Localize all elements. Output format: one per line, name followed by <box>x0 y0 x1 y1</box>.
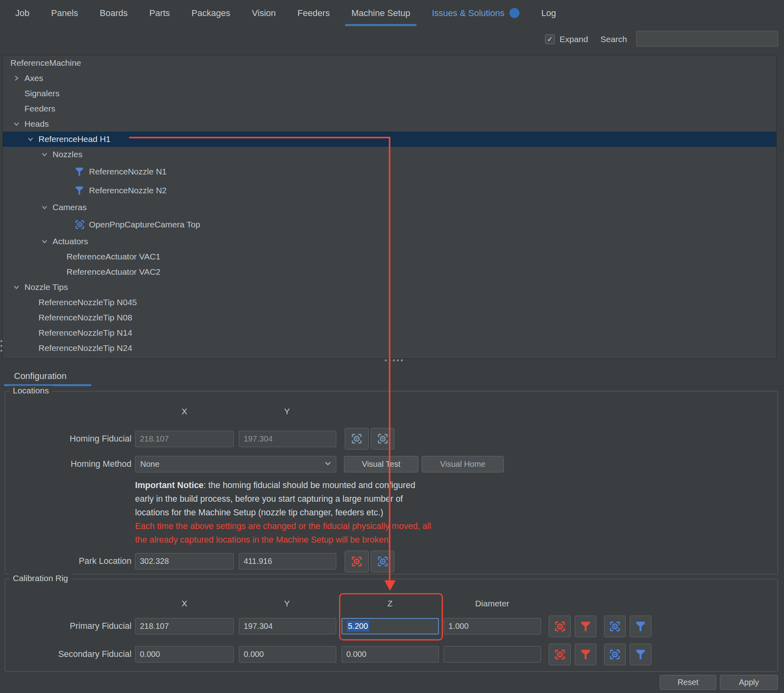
capture-camera-icon <box>351 433 363 445</box>
machine-tree: ReferenceMachineAxesSignalersFeedersHead… <box>2 55 777 359</box>
homing-method-dropdown[interactable]: None <box>135 456 336 472</box>
calibration-col-y: Y <box>284 599 290 608</box>
tree-item-referencenozzletip-n14[interactable]: ReferenceNozzleTip N14 <box>3 325 776 340</box>
primary-move-camera-button[interactable] <box>604 616 626 637</box>
secondary-fiducial-x-value: 0.000 <box>140 650 160 659</box>
chevron-down-icon[interactable] <box>28 136 38 142</box>
search-input[interactable] <box>636 31 778 47</box>
tree-item-nozzle-tips[interactable]: Nozzle Tips <box>3 280 776 295</box>
tab-packages[interactable]: Packages <box>185 0 237 26</box>
homing-method-value: None <box>140 460 160 469</box>
chevron-right-icon[interactable] <box>14 75 24 81</box>
chevron-down-icon[interactable] <box>14 284 24 290</box>
tab-label: Vision <box>252 8 276 18</box>
tree-item-label: Axes <box>24 73 43 83</box>
tree-item-referencenozzletip-n045[interactable]: ReferenceNozzleTip N045 <box>3 295 776 310</box>
tree-item-label: ReferenceNozzleTip N045 <box>38 298 137 307</box>
secondary-capture-camera-z-button[interactable] <box>549 644 571 665</box>
primary-capture-nozzle-z-button[interactable] <box>575 616 596 637</box>
calibration-col-x: X <box>182 599 187 608</box>
calibration-col-z: Z <box>388 599 393 608</box>
tab-panels[interactable]: Panels <box>44 0 84 26</box>
tree-item-referencenozzle-n1[interactable]: ReferenceNozzle N1 <box>3 162 776 181</box>
expand-label: Expand <box>560 34 588 44</box>
tree-item-feeders[interactable]: Feeders <box>3 101 776 116</box>
chevron-down-icon[interactable] <box>42 205 53 210</box>
secondary-move-nozzle-button[interactable] <box>630 644 651 665</box>
tree-item-label: ReferenceHead H1 <box>38 134 111 144</box>
tree-item-label: ReferenceNozzle N1 <box>89 167 167 176</box>
park-location-y-field[interactable]: 411.916 <box>239 553 336 569</box>
tree-item-label: ReferenceNozzleTip N08 <box>38 313 132 322</box>
visual-home-button[interactable]: Visual Home <box>422 456 504 472</box>
tab-parts[interactable]: Parts <box>143 0 176 26</box>
tab-job[interactable]: Job <box>9 0 36 26</box>
reset-button[interactable]: Reset <box>660 675 716 690</box>
primary-move-nozzle-button[interactable] <box>630 616 651 637</box>
tree-item-heads[interactable]: Heads <box>3 116 776 132</box>
homing-fiducial-x-field[interactable]: 218.107 <box>135 431 234 447</box>
primary-fiducial-x-field[interactable]: 218.107 <box>135 618 234 634</box>
tree-item-referencenozzletip-n08[interactable]: ReferenceNozzleTip N08 <box>3 310 776 325</box>
horizontal-splitter-grip[interactable] <box>385 359 403 361</box>
tree-item-referencenozzle-n2[interactable]: ReferenceNozzle N2 <box>3 181 776 200</box>
park-location-x-field[interactable]: 302.328 <box>135 553 234 569</box>
tree-item-label: OpenPnpCaptureCamera Top <box>89 220 200 229</box>
tab-configuration[interactable]: Configuration <box>14 371 67 381</box>
capture-nozzle-z-icon <box>580 621 591 632</box>
tree-item-label: ReferenceActuator VAC1 <box>67 252 160 261</box>
calibration-rig-legend: Calibration Rig <box>9 573 72 583</box>
secondary-fiducial-diameter-field[interactable] <box>444 646 541 663</box>
left-splitter-grip[interactable] <box>0 340 2 352</box>
tree-item-cameras[interactable]: Cameras <box>3 200 776 215</box>
tree-item-referenceactuator-vac1[interactable]: ReferenceActuator VAC1 <box>3 249 776 264</box>
park-location-x-value: 302.328 <box>140 557 169 566</box>
notice-line1: : the homing fiducial should be mounted … <box>204 480 415 490</box>
tree-item-label: ReferenceMachine <box>10 58 81 68</box>
tree-item-referencemachine[interactable]: ReferenceMachine <box>3 55 776 71</box>
tab-feeders[interactable]: Feeders <box>291 0 336 26</box>
secondary-fiducial-y-field[interactable]: 0.000 <box>239 646 336 663</box>
tree-item-actuators[interactable]: Actuators <box>3 234 776 249</box>
apply-button[interactable]: Apply <box>720 675 778 690</box>
tree-item-nozzles[interactable]: Nozzles <box>3 147 776 162</box>
tab-log[interactable]: Log <box>535 0 562 26</box>
visual-test-button[interactable]: Visual Test <box>344 456 418 472</box>
primary-capture-camera-z-button[interactable] <box>549 616 571 637</box>
tab-label: Job <box>15 8 29 18</box>
tree-item-referencehead-h1[interactable]: ReferenceHead H1 <box>3 132 776 147</box>
tab-issues-solutions[interactable]: Issues & Solutions <box>425 0 526 26</box>
search-label: Search <box>600 34 627 44</box>
park-move-to-position-button[interactable] <box>371 551 394 572</box>
tab-boards[interactable]: Boards <box>93 0 134 26</box>
secondary-capture-nozzle-z-button[interactable] <box>575 644 596 665</box>
tree-item-referenceactuator-vac2[interactable]: ReferenceActuator VAC2 <box>3 264 776 280</box>
primary-fiducial-diameter-field[interactable]: 1.000 <box>444 618 541 634</box>
primary-fiducial-z-field[interactable]: 5.200 <box>341 618 439 634</box>
chevron-down-icon[interactable] <box>42 239 53 244</box>
move-camera-to-location-icon <box>609 620 621 632</box>
tab-machine-setup[interactable]: Machine Setup <box>345 0 417 26</box>
tree-item-label: ReferenceNozzleTip N24 <box>38 343 132 353</box>
tree-item-referencenozzletip-n24[interactable]: ReferenceNozzleTip N24 <box>3 340 776 356</box>
capture-camera-z-icon <box>554 648 566 661</box>
tree-item-openpnpcapturecamera-top[interactable]: OpenPnpCaptureCamera Top <box>3 215 776 234</box>
tab-vision[interactable]: Vision <box>245 0 282 26</box>
park-capture-position-button[interactable] <box>345 551 369 572</box>
homing-fiducial-capture-camera-button[interactable] <box>345 428 369 450</box>
tree-item-signalers[interactable]: Signalers <box>3 86 776 101</box>
primary-fiducial-y-field[interactable]: 197.304 <box>239 618 336 634</box>
main-menubar: JobPanelsBoardsPartsPackagesVisionFeeder… <box>0 0 784 26</box>
homing-fiducial-y-field[interactable]: 197.304 <box>239 431 336 447</box>
expand-checkbox[interactable]: ✓ <box>545 34 555 44</box>
secondary-fiducial-z-field[interactable]: 0.000 <box>341 646 439 663</box>
secondary-move-camera-button[interactable] <box>604 644 626 665</box>
tab-label: Machine Setup <box>352 8 410 18</box>
chevron-down-icon[interactable] <box>14 121 24 127</box>
homing-fiducial-x-value: 218.107 <box>140 434 169 444</box>
homing-fiducial-move-camera-button[interactable] <box>371 428 394 450</box>
secondary-fiducial-x-field[interactable]: 0.000 <box>135 646 234 663</box>
locations-group: Locations X Y Homing Fiducial 218.107 19… <box>5 391 778 574</box>
chevron-down-icon[interactable] <box>42 152 53 157</box>
tree-item-axes[interactable]: Axes <box>3 71 776 86</box>
